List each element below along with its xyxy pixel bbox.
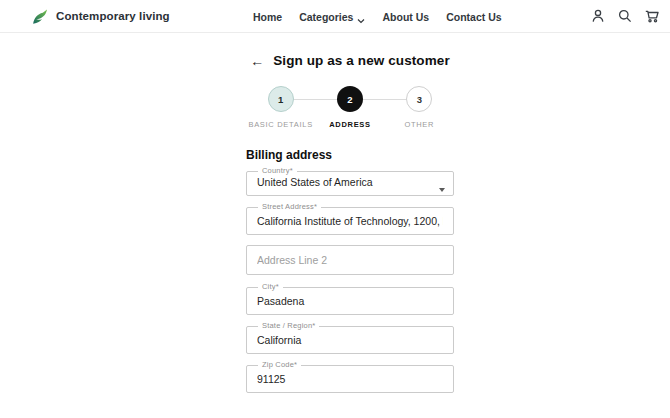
step-2-label: ADDRESS [329,120,371,129]
hummingbird-logo-icon [30,7,49,26]
address-line-2-field [246,245,454,275]
select-caret-icon [439,188,445,192]
title-row: ← Sign up as a new customer [246,53,454,68]
street-address-field: Street Address* [246,203,454,235]
country-label: Country* [258,167,297,175]
signup-stepper: 1 BASIC DETAILS 2 ADDRESS 3 OTHER [246,86,454,129]
step-3-label: OTHER [404,120,434,129]
step-other: 3 OTHER [385,86,454,129]
chevron-down-icon [357,14,365,20]
city-input[interactable] [257,294,443,310]
street-address-input[interactable] [257,214,443,230]
billing-address-heading: Billing address [246,148,454,162]
nav-contact-label: Contact Us [446,11,501,23]
cart-icon[interactable] [644,8,660,24]
search-icon[interactable] [617,8,633,24]
site-header: Contemporary living Home Categories Abou… [0,0,670,33]
signup-content: ← Sign up as a new customer 1 BASIC DETA… [246,53,454,393]
step-basic-details: 1 BASIC DETAILS [246,86,315,129]
page-title: Sign up as a new customer [273,53,450,68]
state-region-label: State / Region* [258,322,319,330]
zip-code-input[interactable] [257,372,443,388]
header-icons [590,8,660,24]
brand-name: Contemporary living [56,10,170,22]
brand-logo[interactable]: Contemporary living [30,7,170,26]
step-address: 2 ADDRESS [315,86,384,129]
nav-about-us[interactable]: About Us [382,11,429,23]
address-line-2-input[interactable] [257,254,443,266]
zip-code-label: Zip Code* [258,361,301,369]
city-field: City* [246,283,454,315]
nav-categories[interactable]: Categories [299,11,365,23]
country-selected-value: United States of America [257,175,443,191]
nav-about-label: About Us [382,11,429,23]
nav-contact-us[interactable]: Contact Us [446,11,501,23]
billing-form: Country* United States of America Street… [246,167,454,393]
city-label: City* [258,283,283,291]
step-1-circle[interactable]: 1 [268,86,294,112]
state-region-field: State / Region* [246,322,454,354]
nav-categories-label: Categories [299,11,353,23]
state-region-input[interactable] [257,333,443,349]
zip-code-field: Zip Code* [246,361,454,393]
street-address-label: Street Address* [258,203,321,211]
nav-home-label: Home [253,11,282,23]
step-1-label: BASIC DETAILS [248,120,312,129]
nav-home[interactable]: Home [253,11,282,23]
step-3-circle[interactable]: 3 [406,86,432,112]
country-select[interactable]: Country* United States of America [246,167,454,196]
back-arrow-button[interactable]: ← [250,54,264,68]
main-nav: Home Categories About Us Contact Us [253,0,502,33]
account-icon[interactable] [590,8,606,24]
step-2-circle[interactable]: 2 [337,86,363,112]
